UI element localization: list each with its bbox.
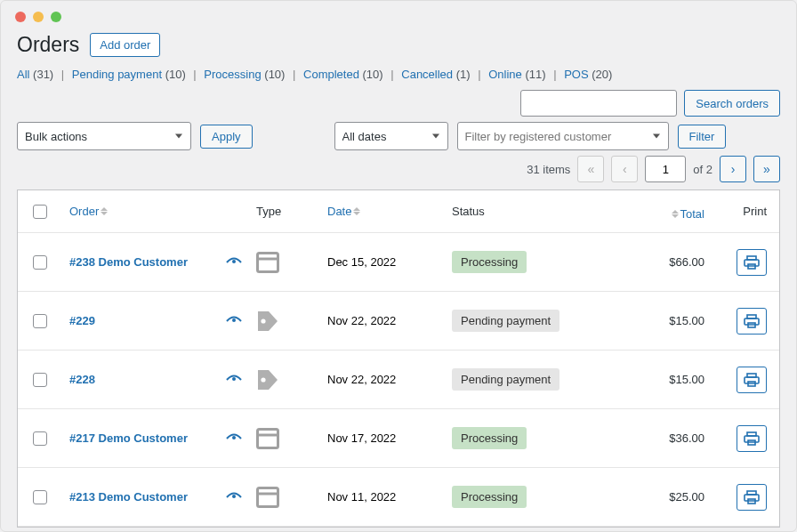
minimize-window-icon[interactable] [33, 12, 44, 22]
prev-page-button: ‹ [611, 156, 638, 182]
table-row: #229Nov 22, 2022Pending payment$15.00 [18, 292, 779, 351]
col-total[interactable]: Total [672, 207, 704, 221]
svg-rect-23 [258, 488, 278, 506]
status-filter-link[interactable]: Cancelled (1) [401, 68, 470, 81]
table-row: #238 Demo CustomerDec 15, 2022Processing… [18, 233, 779, 292]
svg-point-12 [261, 377, 265, 382]
order-link[interactable]: #213 Demo Customer [69, 490, 188, 504]
row-checkbox[interactable] [33, 490, 47, 504]
order-date: Dec 15, 2022 [320, 255, 445, 269]
svg-rect-4 [745, 260, 759, 266]
table-row: #217 Demo CustomerNov 17, 2022Processing… [18, 409, 779, 468]
order-date: Nov 22, 2022 [320, 373, 445, 386]
svg-rect-1 [258, 253, 278, 271]
status-filter-link[interactable]: Processing (10) [204, 68, 285, 81]
items-count-label: 31 items [527, 163, 570, 176]
col-type: Type [256, 205, 281, 218]
order-total: $25.00 [623, 490, 712, 504]
preview-eye-icon[interactable] [226, 316, 242, 326]
print-button[interactable] [737, 425, 767, 452]
status-badge: Processing [452, 427, 527, 449]
tag-icon [249, 368, 320, 391]
status-badge: Processing [452, 251, 527, 273]
search-orders-button[interactable]: Search orders [684, 90, 780, 117]
table-header: Order Type Date Status Total Print [18, 190, 779, 233]
print-button[interactable] [737, 367, 767, 393]
print-button[interactable] [737, 484, 767, 511]
last-page-button[interactable]: » [753, 156, 780, 182]
svg-point-11 [232, 377, 236, 381]
sort-icon [101, 207, 108, 215]
date-filter-select[interactable]: All dates [334, 122, 448, 150]
row-checkbox[interactable] [33, 314, 47, 328]
status-badge: Processing [452, 486, 527, 508]
current-page-input[interactable] [645, 156, 686, 182]
order-total: $36.00 [623, 431, 712, 445]
svg-rect-26 [745, 495, 759, 501]
print-button[interactable] [737, 249, 767, 276]
first-page-button: « [577, 156, 604, 182]
next-page-button[interactable]: › [720, 156, 746, 182]
sort-icon [672, 210, 679, 218]
order-link[interactable]: #229 [69, 314, 95, 327]
status-filter-link[interactable]: POS (20) [564, 68, 612, 81]
row-checkbox[interactable] [33, 431, 47, 446]
status-filter-tabs: All (31) | Pending payment (10) | Proces… [17, 68, 780, 81]
print-button[interactable] [737, 308, 767, 335]
svg-rect-9 [745, 318, 759, 325]
svg-point-6 [232, 318, 236, 322]
maximize-window-icon[interactable] [51, 12, 61, 22]
order-total: $15.00 [623, 373, 712, 386]
preview-eye-icon[interactable] [226, 257, 242, 268]
tag-icon [249, 310, 320, 333]
preview-eye-icon[interactable] [226, 433, 242, 444]
sort-icon [353, 207, 360, 215]
order-link[interactable]: #238 Demo Customer [69, 255, 188, 269]
pagination: 31 items « ‹ of 2 › » [17, 156, 780, 182]
order-date: Nov 11, 2022 [320, 490, 445, 504]
browser-icon [249, 487, 320, 508]
filter-button[interactable]: Filter [678, 125, 727, 149]
order-total: $15.00 [623, 314, 712, 327]
add-order-button[interactable]: Add order [90, 33, 160, 57]
page-title: Orders [17, 33, 79, 57]
bulk-actions-select[interactable]: Bulk actions [17, 122, 191, 150]
row-checkbox[interactable] [33, 373, 47, 387]
status-filter-link[interactable]: Completed (10) [303, 68, 383, 81]
order-link[interactable]: #217 Demo Customer [69, 431, 188, 445]
search-input[interactable] [520, 90, 677, 117]
select-all-checkbox[interactable] [33, 205, 47, 219]
col-order[interactable]: Order [69, 205, 108, 218]
window-traffic-lights [1, 1, 796, 33]
apply-bulk-button[interactable]: Apply [200, 125, 253, 149]
status-filter-link[interactable]: All (31) [17, 68, 53, 81]
col-print: Print [743, 205, 767, 218]
col-status: Status [452, 205, 485, 218]
status-badge: Pending payment [452, 368, 560, 391]
svg-point-22 [232, 495, 236, 498]
col-date[interactable]: Date [327, 205, 360, 218]
order-date: Nov 22, 2022 [320, 314, 445, 327]
svg-rect-17 [258, 429, 278, 447]
orders-table: Order Type Date Status Total Print #238 … [17, 189, 780, 528]
browser-icon [249, 252, 320, 273]
order-link[interactable]: #228 [69, 373, 95, 386]
table-row: #213 Demo CustomerNov 11, 2022Processing… [18, 468, 779, 527]
status-filter-link[interactable]: Pending payment (10) [72, 68, 186, 81]
close-window-icon[interactable] [15, 12, 26, 22]
browser-icon [249, 428, 320, 449]
table-row: #228Nov 22, 2022Pending payment$15.00 [18, 351, 779, 409]
order-total: $66.00 [623, 255, 712, 269]
svg-rect-14 [745, 377, 759, 383]
svg-point-7 [261, 318, 265, 323]
preview-eye-icon[interactable] [226, 375, 242, 385]
row-checkbox[interactable] [33, 255, 47, 270]
customer-filter-select[interactable]: Filter by registered customer [457, 122, 669, 150]
order-date: Nov 17, 2022 [320, 431, 445, 445]
preview-eye-icon[interactable] [226, 492, 242, 503]
page-of-label: of 2 [693, 163, 712, 176]
status-filter-link[interactable]: Online (11) [488, 68, 545, 81]
svg-rect-20 [745, 436, 759, 442]
svg-point-0 [232, 260, 236, 263]
status-badge: Pending payment [452, 310, 560, 332]
